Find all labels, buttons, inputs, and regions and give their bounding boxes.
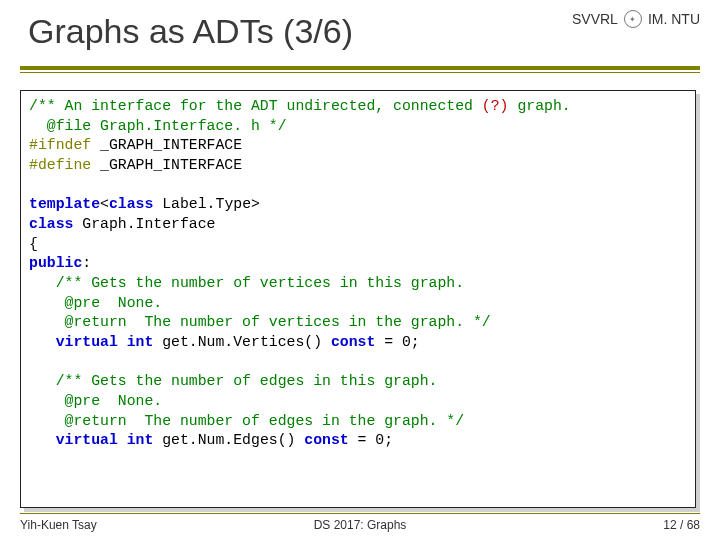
affil-left: SVVRL	[572, 11, 618, 27]
slide-header: SVVRL ✦ IM. NTU Graphs as ADTs (3/6)	[0, 0, 720, 80]
affil-right: IM. NTU	[648, 11, 700, 27]
title-underline	[20, 66, 700, 74]
ntu-logo-icon: ✦	[624, 10, 642, 28]
slide-content: /** An interface for the ADT undirected,…	[0, 80, 720, 508]
footer-course: DS 2017: Graphs	[20, 518, 700, 532]
slide-footer: Yih-Kuen Tsay DS 2017: Graphs 12 / 68	[20, 513, 700, 532]
code-listing: /** An interface for the ADT undirected,…	[29, 97, 687, 451]
affiliation: SVVRL ✦ IM. NTU	[572, 10, 700, 28]
code-box: /** An interface for the ADT undirected,…	[20, 90, 696, 508]
